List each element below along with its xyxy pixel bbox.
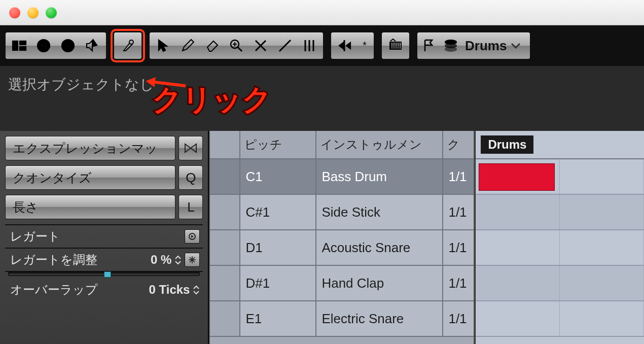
value-stepper[interactable] xyxy=(193,285,200,295)
row-handle[interactable] xyxy=(210,230,240,265)
chevron-down-icon xyxy=(193,290,200,295)
panel-section: 長さ L xyxy=(5,195,203,219)
column-header-quantize[interactable]: ク xyxy=(443,131,474,158)
one-icon: 1 xyxy=(60,38,76,53)
quantize-badge[interactable]: Q xyxy=(178,165,203,190)
erase-tool-button[interactable] xyxy=(200,34,224,57)
legato-slider[interactable] xyxy=(8,272,200,276)
table-row[interactable]: C#1Side Stick1/1 xyxy=(210,195,474,230)
row-handle[interactable] xyxy=(210,301,240,336)
cell-pitch[interactable]: C1 xyxy=(240,159,316,194)
timewarp-tool-button[interactable] xyxy=(298,34,321,57)
autoscroll-button[interactable] xyxy=(333,34,356,57)
cell-quantize[interactable]: 1/1 xyxy=(443,266,474,300)
cell-pitch[interactable]: E1 xyxy=(240,301,316,336)
preset-menu-button[interactable] xyxy=(441,34,461,57)
cell-pitch[interactable]: D1 xyxy=(240,230,316,265)
column-header-pitch[interactable]: ピッチ xyxy=(240,131,316,158)
param-legato: レガート xyxy=(5,225,203,249)
draw-tool-button[interactable] xyxy=(176,34,199,57)
param-label: レガートを調整 xyxy=(10,252,97,268)
line-icon xyxy=(277,38,293,53)
layout-button[interactable] xyxy=(8,34,31,57)
svg-rect-2 xyxy=(20,47,26,50)
selection-info: 選択オブジェクトなし xyxy=(0,66,644,98)
expression-badge[interactable] xyxy=(178,136,203,160)
cell-quantize[interactable]: 1/1 xyxy=(443,230,474,265)
row-handle[interactable] xyxy=(210,195,240,229)
svg-point-7 xyxy=(129,40,133,44)
freeze-button[interactable] xyxy=(185,253,200,267)
svg-line-9 xyxy=(238,47,242,51)
value-stepper[interactable] xyxy=(174,255,182,265)
grid-rows[interactable] xyxy=(476,159,644,337)
section-quantize[interactable]: クオンタイズ xyxy=(5,165,175,190)
grid-row[interactable] xyxy=(476,301,644,337)
single-button[interactable]: 1 xyxy=(56,34,80,57)
window-minimize-button[interactable] xyxy=(27,7,39,18)
panel-section: エクスプレッションマッ xyxy=(5,136,203,160)
cell-instrument[interactable]: Acoustic Snare xyxy=(316,230,443,265)
drum-note[interactable] xyxy=(479,163,555,191)
solo-button[interactable]: S xyxy=(32,34,55,57)
pencil-icon xyxy=(180,38,195,53)
part-label[interactable]: Drums xyxy=(481,135,533,154)
row-handle[interactable] xyxy=(210,266,240,300)
asterisk-icon: * xyxy=(361,38,369,53)
drumstick-icon xyxy=(120,38,135,53)
cell-pitch[interactable]: C#1 xyxy=(240,195,316,229)
toolbar-group-preset: Drums xyxy=(417,32,530,59)
grid-row[interactable] xyxy=(476,159,644,195)
length-badge[interactable]: L xyxy=(178,195,203,219)
snap-button[interactable] xyxy=(384,34,407,57)
length-params: レガート レガートを調整 0 % xyxy=(5,224,203,301)
param-label: オーバーラップ xyxy=(10,282,98,298)
window-zoom-button[interactable] xyxy=(46,7,57,18)
column-header-instrument[interactable]: インストゥルメン xyxy=(316,131,443,158)
pointer-tool-button[interactable] xyxy=(152,34,175,57)
toolbar-group-drumstick xyxy=(114,32,142,59)
toolbar-group-tools xyxy=(149,32,324,59)
window-close-button[interactable] xyxy=(9,7,20,18)
table-row[interactable]: D1Acoustic Snare1/1 xyxy=(210,230,474,266)
chevron-up-icon xyxy=(174,255,182,260)
table-row[interactable]: C1Bass Drum1/1 xyxy=(210,159,474,195)
cell-quantize[interactable]: 1/1 xyxy=(443,195,474,229)
toolbar-group-scroll: * xyxy=(331,32,374,59)
column-header-blank[interactable] xyxy=(210,131,240,158)
grid-row[interactable] xyxy=(476,266,644,301)
autoscroll-settings-button[interactable]: * xyxy=(357,34,372,57)
table-body: C1Bass Drum1/1C#1Side Stick1/1D1Acoustic… xyxy=(210,159,474,337)
cell-instrument[interactable]: Electric Snare xyxy=(316,301,443,336)
svg-rect-1 xyxy=(20,41,26,45)
feedback-button[interactable] xyxy=(81,34,104,57)
cell-quantize[interactable]: 1/1 xyxy=(443,301,474,336)
cell-pitch[interactable]: D#1 xyxy=(240,266,316,300)
color-flag-button[interactable] xyxy=(419,34,440,57)
stack-icon xyxy=(443,38,458,53)
param-value-text[interactable]: 0 % xyxy=(151,253,171,267)
cell-instrument[interactable]: Bass Drum xyxy=(316,159,443,194)
table-row[interactable]: E1Electric Snare1/1 xyxy=(210,301,474,337)
mute-tool-button[interactable] xyxy=(249,34,272,57)
param-value-text[interactable]: 0 Ticks xyxy=(149,283,190,297)
play-circle-icon xyxy=(188,232,196,240)
toolbar-group-view: S 1 xyxy=(5,32,106,59)
cell-instrument[interactable]: Hand Clap xyxy=(316,266,443,300)
legato-apply-button[interactable] xyxy=(185,229,200,244)
grid-row[interactable] xyxy=(476,230,644,266)
snap-icon xyxy=(388,38,403,53)
section-expression-map[interactable]: エクスプレッションマッ xyxy=(5,136,175,160)
cell-instrument[interactable]: Side Stick xyxy=(316,195,443,229)
table-header: ピッチ インストゥルメン ク xyxy=(210,131,474,159)
table-row[interactable]: D#1Hand Clap1/1 xyxy=(210,266,474,301)
line-tool-button[interactable] xyxy=(273,34,297,57)
cell-quantize[interactable]: 1/1 xyxy=(443,159,474,194)
section-length[interactable]: 長さ xyxy=(5,195,175,219)
grid-row[interactable] xyxy=(476,195,644,230)
preset-select[interactable]: Drums xyxy=(462,38,528,54)
zoom-tool-button[interactable] xyxy=(225,34,248,57)
row-handle[interactable] xyxy=(210,159,240,194)
drumstick-tool-button[interactable] xyxy=(116,34,139,57)
panel-section: クオンタイズ Q xyxy=(5,165,203,190)
